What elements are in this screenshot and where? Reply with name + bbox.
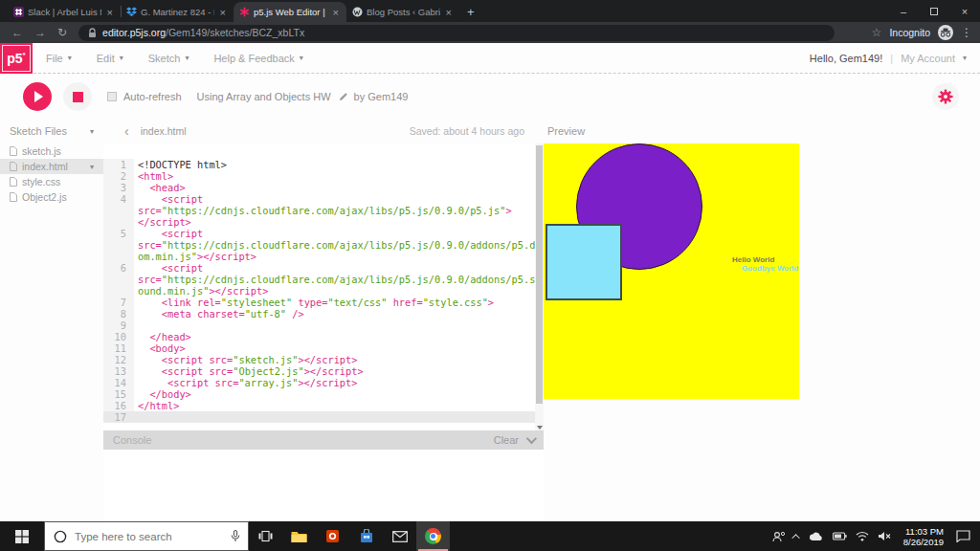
line-content: <meta charset="utf-8" /> [134,308,304,320]
taskbar-apps [249,521,450,551]
search-input[interactable] [75,531,231,542]
refresh-button[interactable]: ↻ [57,26,67,39]
code-token [138,354,162,365]
code-line: </script> [103,216,544,228]
back-button[interactable]: ← [11,26,23,39]
my-account-menu[interactable]: My Account [901,53,955,64]
menu-edit[interactable]: Edit▾ [97,53,123,64]
browser-tab[interactable]: p5.js Web Editor | Using Array and× [234,2,346,22]
code-line: 7 <link rel="stylesheet" type="text/css"… [103,297,544,308]
office-button[interactable] [316,521,349,551]
code-token: <script [162,262,203,274]
file-item-style-css[interactable]: style.css [0,174,103,189]
code-token: </body> [149,388,190,400]
tab-close-icon[interactable]: × [218,7,228,18]
file-item-Object2-js[interactable]: Object2.js [0,189,103,205]
action-center-icon[interactable] [956,530,970,542]
settings-button[interactable] [932,83,959,110]
browser-tab[interactable]: Blog Posts ‹ Gabriella's Technolo× [346,2,459,22]
console-label: Console [113,434,151,446]
file-options-icon[interactable]: ▾ [90,163,94,171]
volume-muted-icon[interactable] [878,531,891,541]
p5-logo[interactable]: p5* [0,43,33,74]
code-line: src="https://cdnjs.cloudflare.com/ajax/l… [103,274,544,285]
clock-date: 8/26/2019 [903,537,944,547]
microsoft-store-button[interactable] [349,521,383,551]
file-list: sketch.jsindex.html▾style.cssObject2.js [0,143,103,205]
mail-button[interactable] [383,521,416,551]
play-button[interactable] [23,82,52,111]
scrollbar-thumb[interactable] [536,145,543,404]
gear-icon [938,89,953,104]
browser-tab[interactable]: G. Martinez 824 - Dropbox× [121,2,234,22]
code-token: "stylesheet" [221,297,292,308]
menu-file[interactable]: File▾ [46,53,72,64]
autorefresh-checkbox[interactable] [107,92,117,101]
line-content: <script [134,262,203,274]
code-token: <body> [149,342,185,354]
file-item-index-html[interactable]: index.html▾ [0,159,103,174]
close-button[interactable]: × [949,0,980,22]
show-hidden-icons-chevron[interactable] [794,534,800,540]
forward-button[interactable]: → [34,26,46,39]
task-view-button[interactable] [249,521,282,551]
new-tab-button[interactable]: + [467,5,475,19]
scrollbar-down-arrow[interactable] [537,426,543,430]
code-token: <head> [149,182,185,193]
maximize-button[interactable] [919,0,949,22]
sketch-canvas[interactable]: Hello WorldGoodbye World [544,143,799,399]
line-number: 10 [103,331,134,342]
taskbar-clock[interactable]: 11:03 PM 8/26/2019 [903,526,944,547]
line-number: 6 [103,262,134,274]
start-button[interactable] [0,521,44,551]
file-name: style.css [22,176,60,187]
chevron-down-icon: ▾ [120,54,123,62]
wifi-icon[interactable] [856,531,869,541]
collapse-sidebar-icon[interactable]: ‹ [124,123,129,139]
onedrive-cloud-icon[interactable] [809,532,824,541]
browser-menu-icon[interactable]: ⋮ [961,26,972,39]
code-token [138,193,162,205]
code-token: > [505,205,511,216]
greeting-text: Hello, Gem149! [810,53,882,64]
file-item-sketch-js[interactable]: sketch.js [0,143,103,159]
chrome-button[interactable] [416,521,450,551]
file-explorer-button[interactable] [282,521,316,551]
console-output [103,450,544,521]
edit-pencil-icon[interactable] [339,92,348,101]
tab-close-icon[interactable]: × [331,7,341,18]
incognito-label: Incognito [889,27,930,38]
browser-tab[interactable]: Slack | Arbel Luis Medina | Tech In× [8,2,121,22]
code-area[interactable]: 1<!DOCTYPE html>2<html>3 <head>4 <script… [103,143,544,430]
line-number [103,239,134,251]
people-icon[interactable] [772,531,786,542]
file-icon [10,146,17,156]
url-bar[interactable]: editor.p5js.org/Gem149/sketches/BCZ_xbLT… [78,25,835,41]
line-content: <script src="Object2.js"></script> [134,365,364,377]
line-content: <body> [134,342,186,354]
line-content: </body> [134,388,191,400]
code-token [138,297,162,308]
code-line: 9 [103,320,544,331]
taskbar-search[interactable] [44,521,249,551]
code-token: ></script> [298,354,357,365]
tab-close-icon[interactable]: × [105,7,115,18]
line-content [134,320,138,331]
code-token: ></script> [298,377,357,388]
code-token [138,365,162,377]
bookmark-star-icon[interactable]: ☆ [872,26,882,39]
console-collapse-icon[interactable] [526,433,537,444]
sketch-files-header[interactable]: Sketch Files ▾ [0,119,103,143]
editor-scrollbar[interactable] [535,143,544,430]
minimize-button[interactable]: – [888,0,919,22]
menu-sketch[interactable]: Sketch▾ [148,53,189,64]
menu-help-feedback[interactable]: Help & Feedback▾ [213,53,302,64]
tab-close-icon[interactable]: × [444,7,454,18]
file-icon [10,177,17,187]
code-token: src= [138,274,162,285]
stop-button[interactable] [63,82,92,111]
microphone-icon[interactable] [231,530,240,542]
battery-icon[interactable] [833,532,847,540]
console-clear-button[interactable]: Clear [494,434,519,446]
code-token [138,262,162,274]
